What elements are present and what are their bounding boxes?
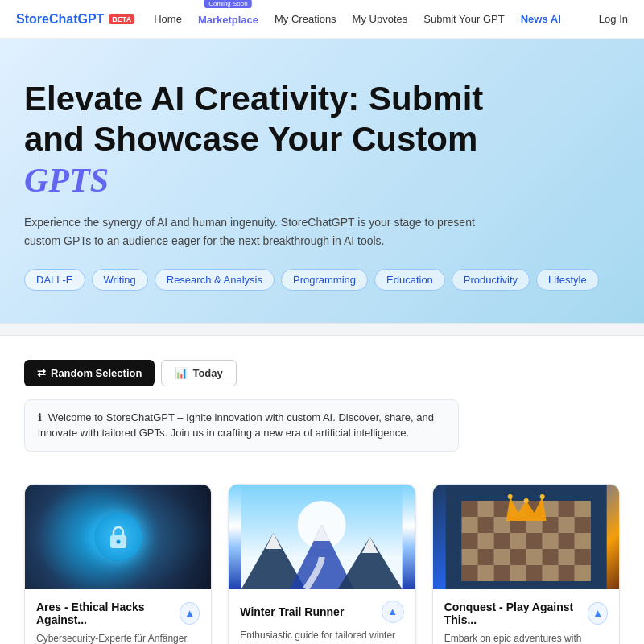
hero-description: Experience the synergy of AI and human i… (24, 213, 475, 250)
hero-headline: Elevate AI Creativity: Submit and Showca… (24, 79, 523, 200)
card-2-title: Winter Trail Runner (240, 605, 344, 618)
svg-point-55 (539, 494, 544, 499)
svg-point-53 (507, 494, 512, 499)
card-1-body: Ares - Ethical Hacks Against... ▲ Cybers… (25, 589, 211, 644)
welcome-box: ℹ Welcome to StoreChatGPT – Ignite innov… (24, 399, 459, 452)
svg-point-54 (523, 498, 528, 503)
chart-icon: 📊 (175, 367, 188, 379)
shuffle-icon: ⇄ (37, 367, 46, 379)
card-3: Conquest - Play Against This... ▲ Embark… (432, 484, 620, 644)
svg-rect-48 (526, 565, 542, 581)
svg-rect-42 (558, 549, 574, 565)
tag-productivity[interactable]: Productivity (452, 269, 530, 291)
card-2-desc: Enthusiastic guide for tailored winter t… (240, 628, 403, 644)
svg-rect-46 (493, 565, 510, 581)
svg-rect-30 (493, 533, 510, 549)
today-button[interactable]: 📊 Today (161, 360, 236, 386)
svg-rect-51 (574, 565, 590, 581)
svg-rect-49 (542, 565, 558, 581)
svg-rect-19 (574, 501, 590, 517)
svg-rect-32 (526, 533, 542, 549)
tag-lifestyle[interactable]: Lifestyle (536, 269, 599, 291)
svg-rect-21 (477, 517, 493, 533)
svg-rect-29 (477, 533, 493, 549)
svg-rect-34 (558, 533, 574, 549)
svg-rect-28 (461, 533, 477, 549)
svg-rect-38 (493, 549, 510, 565)
random-btn-label: Random Selection (51, 367, 142, 379)
nav-marketplace[interactable]: Marketplace (198, 14, 258, 26)
card-1-title: Ares - Ethical Hacks Against... (36, 601, 180, 626)
svg-rect-12 (461, 501, 477, 517)
card-3-desc: Embark on epic adventures with Conquest, (444, 631, 608, 644)
nav-marketplace-wrap: Coming Soon Marketplace (198, 12, 258, 27)
card-2-upvote-button[interactable]: ▲ (382, 601, 404, 623)
svg-rect-47 (510, 565, 526, 581)
svg-rect-26 (558, 517, 574, 533)
svg-rect-45 (477, 565, 493, 581)
selection-buttons: ⇄ Random Selection 📊 Today (24, 360, 620, 386)
card-1-title-row: Ares - Ethical Hacks Against... ▲ (36, 601, 200, 626)
card-1-image (25, 485, 211, 589)
tag-dalle[interactable]: DALL-E (24, 269, 85, 291)
random-selection-button[interactable]: ⇄ Random Selection (24, 360, 155, 386)
nav-creations[interactable]: My Creations (275, 13, 336, 25)
card-2-image (229, 485, 415, 589)
coming-soon-badge: Coming Soon (204, 0, 251, 8)
welcome-icon: ℹ (38, 411, 42, 423)
section-divider (0, 323, 644, 336)
svg-rect-44 (461, 565, 477, 581)
welcome-text: Welcome to StoreChatGPT – Ignite innovat… (38, 411, 434, 440)
navbar: StoreChatGPT BETA Home Coming Soon Marke… (0, 0, 644, 39)
cards-section: Ares - Ethical Hacks Against... ▲ Cybers… (0, 468, 644, 644)
card-2: Winter Trail Runner ▲ Enthusiastic guide… (228, 484, 415, 644)
nav-links: Home Coming Soon Marketplace My Creation… (154, 12, 599, 27)
svg-rect-33 (542, 533, 558, 549)
card-3-upvote-button[interactable]: ▲ (588, 602, 608, 625)
svg-rect-37 (477, 549, 493, 565)
nav-submit[interactable]: Submit Your GPT (423, 13, 504, 25)
beta-badge: BETA (109, 14, 134, 24)
nav-login[interactable]: Log In (599, 13, 628, 25)
svg-rect-50 (558, 565, 574, 581)
card-2-body: Winter Trail Runner ▲ Enthusiastic guide… (229, 589, 415, 644)
svg-rect-41 (542, 549, 558, 565)
card-3-body: Conquest - Play Against This... ▲ Embark… (433, 589, 619, 644)
today-btn-label: Today (192, 367, 222, 379)
tag-education[interactable]: Education (374, 269, 445, 291)
svg-rect-39 (510, 549, 526, 565)
card-3-title-row: Conquest - Play Against This... ▲ (444, 601, 608, 626)
tag-programming[interactable]: Programming (281, 269, 368, 291)
svg-rect-40 (526, 549, 542, 565)
nav-home[interactable]: Home (154, 13, 182, 25)
svg-rect-20 (461, 517, 477, 533)
selection-area: ⇄ Random Selection 📊 Today ℹ Welcome to … (0, 336, 644, 468)
nav-logo[interactable]: StoreChatGPT BETA (16, 12, 134, 27)
card-1-upvote-button[interactable]: ▲ (180, 602, 200, 625)
svg-rect-27 (574, 517, 590, 533)
hero-tags: DALL-E Writing Research & Analysis Progr… (24, 269, 620, 291)
nav-news[interactable]: News AI (521, 13, 561, 25)
nav-upvotes[interactable]: My Upvotes (353, 13, 408, 25)
svg-rect-43 (574, 549, 590, 565)
shield-glow (25, 485, 211, 589)
card-3-title: Conquest - Play Against This... (444, 601, 588, 626)
svg-rect-31 (510, 533, 526, 549)
svg-rect-18 (558, 501, 574, 517)
svg-rect-36 (461, 549, 477, 565)
card-1-desc: Cybersecurity-Experte für Anfänger, verm… (36, 631, 200, 644)
tag-research[interactable]: Research & Analysis (155, 269, 275, 291)
svg-rect-13 (477, 501, 493, 517)
card-2-title-row: Winter Trail Runner ▲ (240, 601, 403, 623)
hero-gpts-accent: GPTS (24, 162, 109, 199)
card-3-image (433, 485, 619, 589)
hero-section: Elevate AI Creativity: Submit and Showca… (0, 39, 644, 323)
cards-grid: Ares - Ethical Hacks Against... ▲ Cybers… (24, 484, 620, 644)
card-1: Ares - Ethical Hacks Against... ▲ Cybers… (24, 484, 212, 644)
logo-text: StoreChatGPT (16, 12, 104, 27)
tag-writing[interactable]: Writing (92, 269, 148, 291)
svg-rect-35 (574, 533, 590, 549)
